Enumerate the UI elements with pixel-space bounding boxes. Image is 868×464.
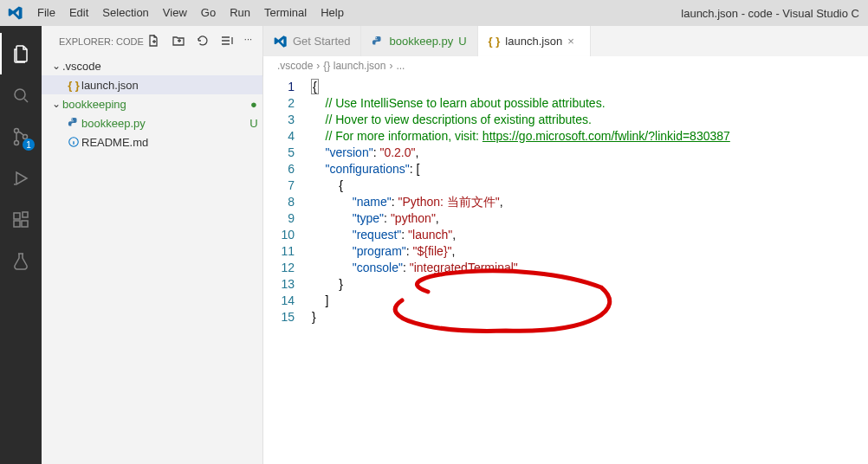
menu-item-terminal[interactable]: Terminal — [257, 0, 314, 26]
main-menu: FileEditSelectionViewGoRunTerminalHelp — [30, 0, 351, 26]
code-line[interactable]: // For more information, visit: https://… — [312, 128, 868, 145]
new-file-icon[interactable] — [147, 34, 161, 49]
file-README.md[interactable]: README.md — [42, 132, 262, 151]
code-line[interactable]: { — [312, 177, 868, 194]
file-tree: ⌄.vscode{ }launch.json⌄bookkeeping●bookk… — [42, 56, 262, 151]
menu-item-selection[interactable]: Selection — [95, 0, 155, 26]
line-number[interactable]: 2 — [263, 95, 312, 112]
code-line[interactable]: "type": "python", — [312, 210, 868, 227]
close-icon[interactable]: × — [567, 35, 580, 48]
app-logo — [0, 5, 30, 21]
tab-status: U — [458, 35, 466, 48]
line-number[interactable]: 1 — [263, 79, 312, 95]
code-line[interactable]: "configurations": [ — [312, 161, 868, 177]
code-line[interactable]: "name": "Python: 当前文件", — [312, 194, 868, 210]
svg-point-4 — [14, 184, 16, 185]
explorer-sidebar: EXPLORER: CODE ··· ⌄.vscode{ }launch.jso… — [42, 26, 263, 464]
code-line[interactable]: } — [312, 309, 868, 325]
line-number[interactable]: 7 — [263, 177, 312, 194]
menu-item-run[interactable]: Run — [223, 0, 257, 26]
breadcrumb-seg[interactable]: {} launch.json — [323, 60, 385, 72]
tab-get-started[interactable]: Get Started — [263, 26, 361, 56]
window-title: launch.json - code - Visual Studio C — [351, 7, 868, 20]
line-number[interactable]: 12 — [263, 260, 312, 276]
breadcrumb[interactable]: .vscode›{} launch.json›... — [263, 56, 868, 75]
breadcrumb-seg[interactable]: .vscode — [277, 60, 313, 72]
code-line[interactable]: ] — [312, 293, 868, 309]
svg-rect-7 — [22, 221, 28, 227]
title-bar: FileEditSelectionViewGoRunTerminalHelp l… — [0, 0, 868, 26]
breadcrumb-seg[interactable]: ... — [396, 60, 405, 72]
line-number[interactable]: 10 — [263, 227, 312, 243]
line-number[interactable]: 8 — [263, 194, 312, 210]
line-number[interactable]: 11 — [263, 243, 312, 260]
activity-test[interactable] — [0, 241, 42, 282]
svg-point-1 — [15, 129, 19, 133]
code-line[interactable]: "version": "0.2.0", — [312, 145, 868, 161]
vs-icon — [274, 35, 288, 48]
line-number[interactable]: 14 — [263, 293, 312, 309]
code-line[interactable]: { — [312, 79, 868, 95]
explorer-title: EXPLORER: CODE — [59, 36, 147, 47]
line-number[interactable]: 9 — [263, 210, 312, 227]
code-line[interactable]: "console": "integratedTerminal" — [312, 260, 868, 276]
code-content[interactable]: { // Use IntelliSense to learn about pos… — [312, 75, 868, 464]
tab-launch.json[interactable]: { }launch.json× — [478, 26, 592, 56]
folder-.vscode[interactable]: ⌄.vscode — [42, 56, 262, 75]
svg-point-11 — [376, 36, 377, 37]
svg-point-0 — [15, 89, 25, 100]
braces-icon: { } — [489, 35, 501, 48]
code-line[interactable]: } — [312, 276, 868, 293]
activity-scm[interactable]: 1 — [0, 116, 42, 158]
svg-rect-5 — [14, 213, 20, 219]
line-number[interactable]: 13 — [263, 276, 312, 293]
activity-extensions[interactable] — [0, 199, 42, 241]
line-number[interactable]: 3 — [263, 112, 312, 128]
editor[interactable]: 123456789101112131415 { // Use IntelliSe… — [263, 75, 868, 464]
activity-explorer[interactable] — [0, 33, 42, 74]
line-number[interactable]: 15 — [263, 309, 312, 325]
menu-item-file[interactable]: File — [30, 0, 62, 26]
collapse-icon[interactable] — [220, 34, 234, 49]
svg-rect-6 — [14, 221, 20, 227]
file-bookkeep.py[interactable]: bookkeep.pyU — [42, 113, 262, 132]
braces-icon: { } — [66, 79, 81, 92]
line-gutter: 123456789101112131415 — [263, 75, 312, 464]
folder-bookkeeping[interactable]: ⌄bookkeeping● — [42, 94, 262, 113]
line-number[interactable]: 4 — [263, 128, 312, 145]
more-icon[interactable]: ··· — [244, 34, 252, 49]
activity-bar: 1 — [0, 26, 42, 464]
line-number[interactable]: 6 — [263, 161, 312, 177]
py-icon — [66, 117, 81, 129]
svg-point-9 — [72, 119, 73, 119]
info-icon — [66, 136, 81, 148]
menu-item-go[interactable]: Go — [194, 0, 223, 26]
menu-item-edit[interactable]: Edit — [62, 0, 95, 26]
code-line[interactable]: "program": "${file}", — [312, 243, 868, 260]
activity-debug[interactable] — [0, 158, 42, 199]
editor-tabs: Get Startedbookkeep.pyU{ }launch.json× — [263, 26, 868, 56]
svg-point-2 — [15, 141, 19, 145]
scm-badge: 1 — [23, 139, 35, 151]
new-folder-icon[interactable] — [172, 34, 185, 49]
py-icon — [372, 35, 384, 48]
menu-item-view[interactable]: View — [156, 0, 194, 26]
code-line[interactable]: "request": "launch", — [312, 227, 868, 243]
refresh-icon[interactable] — [196, 34, 210, 49]
line-number[interactable]: 5 — [263, 145, 312, 161]
code-line[interactable]: // Use IntelliSense to learn about possi… — [312, 95, 868, 112]
menu-item-help[interactable]: Help — [314, 0, 351, 26]
tab-bookkeep.py[interactable]: bookkeep.pyU — [361, 26, 477, 56]
svg-rect-8 — [23, 212, 28, 217]
activity-search[interactable] — [0, 74, 42, 116]
file-launch.json[interactable]: { }launch.json — [42, 75, 262, 94]
code-line[interactable]: // Hover to view descriptions of existin… — [312, 112, 868, 128]
